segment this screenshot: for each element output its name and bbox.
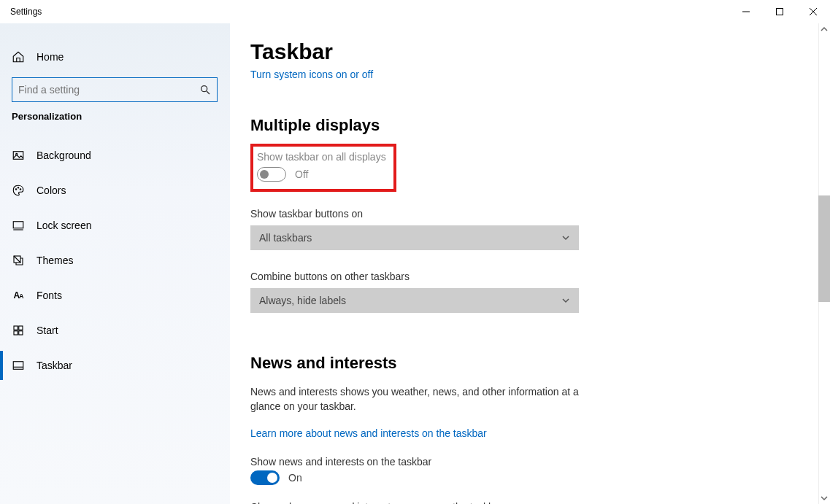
nav-item-label: Themes [36,255,74,266]
show-taskbar-all-displays-toggle[interactable] [257,167,286,182]
combo-value: All taskbars [259,232,312,244]
news-interests-description: News and interests shows you weather, ne… [250,384,586,414]
scroll-down-button[interactable] [818,492,830,504]
svg-point-10 [20,189,21,190]
maximize-icon [776,8,783,15]
toggle-state-text: On [288,472,302,484]
scrollbar-thumb[interactable] [818,195,830,302]
chevron-down-icon [561,296,570,305]
svg-rect-11 [13,222,23,228]
svg-line-5 [207,91,210,94]
news-interests-heading: News and interests [250,354,830,373]
title-bar: Settings [0,0,830,23]
nav-taskbar[interactable]: Taskbar [0,351,229,380]
picture-icon [12,149,25,162]
combine-buttons-combo[interactable]: Always, hide labels [250,288,579,313]
nav-lock-screen[interactable]: Lock screen [0,211,229,240]
multiple-displays-heading: Multiple displays [250,116,830,135]
search-input[interactable] [18,84,199,96]
svg-rect-16 [14,331,18,335]
show-taskbar-all-displays-label: Show taskbar on all displays [257,151,386,163]
nav-fonts[interactable]: AA Fonts [0,281,229,310]
svg-rect-18 [13,362,23,370]
nav-home-label: Home [36,51,64,63]
svg-rect-14 [14,326,18,330]
toggle-state-text: Off [295,168,308,180]
nav-home[interactable]: Home [0,42,229,71]
search-box[interactable] [12,77,218,102]
minimize-button[interactable] [729,0,763,23]
scrollbar-track[interactable] [818,23,830,504]
fonts-icon: AA [12,289,25,302]
annotation-highlight: Show taskbar on all displays Off [250,144,396,192]
show-taskbar-buttons-on-combo[interactable]: All taskbars [250,225,579,250]
content-pane: Taskbar Turn system icons on or off Mult… [230,23,830,504]
nav-themes[interactable]: Themes [0,246,229,275]
sidebar: Home Personalization Background Colors [0,23,230,504]
nav-start[interactable]: Start [0,316,229,345]
svg-rect-17 [19,331,23,335]
window-title: Settings [10,7,42,17]
svg-rect-15 [19,326,23,330]
change-news-appearance-label: Change how news and interests appears on… [250,501,830,504]
nav-item-label: Taskbar [36,360,72,371]
svg-point-9 [18,187,19,189]
show-news-toggle[interactable] [250,470,280,485]
close-icon [810,8,817,15]
svg-point-4 [201,86,207,92]
taskbar-icon [12,359,25,372]
combine-buttons-label: Combine buttons on other taskbars [250,271,830,282]
nav-background[interactable]: Background [0,141,229,170]
themes-icon [12,254,25,267]
nav-item-label: Fonts [36,290,62,301]
clipped-link[interactable]: Turn system icons on or off [250,69,373,80]
maximize-button[interactable] [763,0,796,23]
page-title: Taskbar [250,39,830,64]
nav-item-label: Lock screen [36,220,91,231]
sidebar-section-label: Personalization [0,111,229,122]
show-taskbar-buttons-on-label: Show taskbar buttons on [250,208,830,220]
minimize-icon [742,8,750,15]
combo-value: Always, hide labels [259,295,346,306]
svg-rect-6 [13,152,23,160]
home-icon [12,50,25,63]
nav-item-label: Background [36,150,91,161]
start-icon [12,324,25,337]
palette-icon [12,184,25,197]
search-icon [199,84,211,96]
chevron-down-icon [561,233,570,242]
lock-screen-icon [12,219,25,232]
nav-item-label: Start [36,325,58,336]
close-button[interactable] [796,0,830,23]
scroll-up-button[interactable] [818,23,830,35]
learn-more-link[interactable]: Learn more about news and interests on t… [250,427,487,439]
nav-item-label: Colors [36,185,66,196]
svg-rect-1 [777,9,783,15]
svg-point-8 [15,189,17,190]
show-news-label: Show news and interests on the taskbar [250,456,830,468]
nav-colors[interactable]: Colors [0,176,229,205]
